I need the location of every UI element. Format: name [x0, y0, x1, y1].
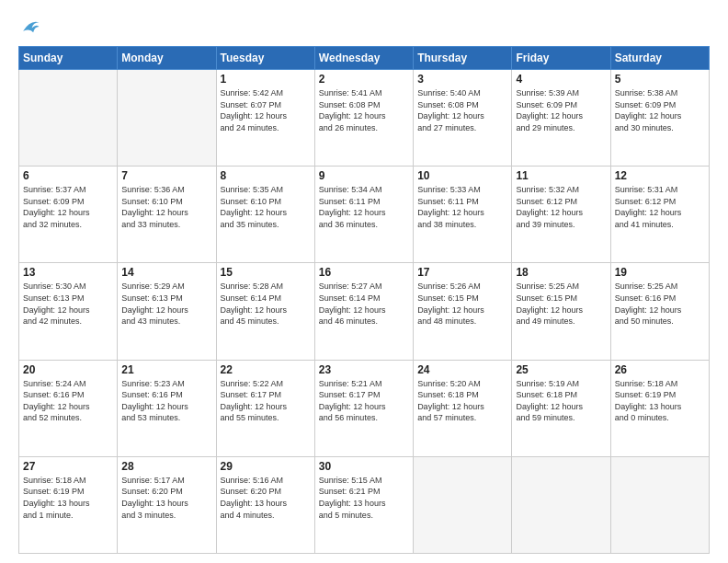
calendar-cell: 24Sunrise: 5:20 AM Sunset: 6:18 PM Dayli…	[414, 360, 512, 456]
day-number: 2	[319, 73, 409, 86]
day-info: Sunrise: 5:32 AM Sunset: 6:12 PM Dayligh…	[516, 184, 606, 230]
day-number: 6	[23, 169, 113, 182]
calendar-cell: 16Sunrise: 5:27 AM Sunset: 6:14 PM Dayli…	[314, 263, 413, 360]
calendar-cell: 28Sunrise: 5:17 AM Sunset: 6:20 PM Dayli…	[118, 456, 216, 553]
calendar-cell: 27Sunrise: 5:18 AM Sunset: 6:19 PM Dayli…	[19, 456, 118, 553]
calendar-cell: 10Sunrise: 5:33 AM Sunset: 6:11 PM Dayli…	[414, 167, 512, 263]
day-number: 12	[615, 169, 705, 182]
calendar-cell: 20Sunrise: 5:24 AM Sunset: 6:16 PM Dayli…	[19, 360, 118, 456]
calendar-cell: 29Sunrise: 5:16 AM Sunset: 6:20 PM Dayli…	[216, 456, 314, 553]
calendar-cell: 14Sunrise: 5:29 AM Sunset: 6:13 PM Dayli…	[118, 263, 216, 360]
day-number: 20	[23, 363, 113, 376]
logo	[18, 17, 40, 37]
day-number: 18	[516, 266, 606, 279]
day-number: 26	[615, 363, 705, 376]
day-info: Sunrise: 5:16 AM Sunset: 6:20 PM Dayligh…	[221, 475, 311, 521]
day-number: 5	[615, 73, 705, 86]
day-info: Sunrise: 5:22 AM Sunset: 6:17 PM Dayligh…	[221, 378, 311, 424]
calendar-cell: 17Sunrise: 5:26 AM Sunset: 6:15 PM Dayli…	[414, 263, 512, 360]
day-info: Sunrise: 5:26 AM Sunset: 6:15 PM Dayligh…	[417, 281, 507, 327]
day-number: 17	[417, 266, 507, 279]
calendar-cell: 15Sunrise: 5:28 AM Sunset: 6:14 PM Dayli…	[216, 263, 314, 360]
day-number: 11	[516, 169, 606, 182]
calendar-cell: 23Sunrise: 5:21 AM Sunset: 6:17 PM Dayli…	[314, 360, 413, 456]
day-info: Sunrise: 5:37 AM Sunset: 6:09 PM Dayligh…	[23, 184, 113, 230]
day-number: 24	[417, 363, 507, 376]
day-info: Sunrise: 5:25 AM Sunset: 6:15 PM Dayligh…	[516, 281, 606, 327]
weekday-header-cell: Friday	[512, 47, 610, 70]
calendar-cell: 19Sunrise: 5:25 AM Sunset: 6:16 PM Dayli…	[610, 263, 709, 360]
calendar-cell: 2Sunrise: 5:41 AM Sunset: 6:08 PM Daylig…	[314, 70, 413, 167]
day-info: Sunrise: 5:33 AM Sunset: 6:11 PM Dayligh…	[417, 184, 507, 230]
calendar-cell: 25Sunrise: 5:19 AM Sunset: 6:18 PM Dayli…	[512, 360, 610, 456]
day-info: Sunrise: 5:24 AM Sunset: 6:16 PM Dayligh…	[23, 378, 113, 424]
day-number: 25	[516, 363, 606, 376]
calendar-cell: 8Sunrise: 5:35 AM Sunset: 6:10 PM Daylig…	[216, 167, 314, 263]
calendar-cell: 9Sunrise: 5:34 AM Sunset: 6:11 PM Daylig…	[314, 167, 413, 263]
calendar-cell: 26Sunrise: 5:18 AM Sunset: 6:19 PM Dayli…	[610, 360, 709, 456]
day-number: 14	[121, 266, 211, 279]
day-info: Sunrise: 5:25 AM Sunset: 6:16 PM Dayligh…	[615, 281, 705, 327]
day-info: Sunrise: 5:29 AM Sunset: 6:13 PM Dayligh…	[121, 281, 211, 327]
day-number: 3	[417, 73, 507, 86]
day-number: 19	[615, 266, 705, 279]
day-info: Sunrise: 5:19 AM Sunset: 6:18 PM Dayligh…	[516, 378, 606, 424]
calendar-cell: 13Sunrise: 5:30 AM Sunset: 6:13 PM Dayli…	[19, 263, 118, 360]
day-number: 29	[221, 460, 311, 473]
calendar-cell: 30Sunrise: 5:15 AM Sunset: 6:21 PM Dayli…	[314, 456, 413, 553]
weekday-header-cell: Monday	[118, 47, 216, 70]
day-info: Sunrise: 5:35 AM Sunset: 6:10 PM Dayligh…	[221, 184, 311, 230]
day-info: Sunrise: 5:34 AM Sunset: 6:11 PM Dayligh…	[319, 184, 409, 230]
page: SundayMondayTuesdayWednesdayThursdayFrid…	[0, 0, 728, 563]
day-info: Sunrise: 5:18 AM Sunset: 6:19 PM Dayligh…	[615, 378, 705, 424]
calendar-cell: 11Sunrise: 5:32 AM Sunset: 6:12 PM Dayli…	[512, 167, 610, 263]
day-info: Sunrise: 5:36 AM Sunset: 6:10 PM Dayligh…	[121, 184, 211, 230]
day-info: Sunrise: 5:42 AM Sunset: 6:07 PM Dayligh…	[221, 87, 311, 133]
calendar-cell	[512, 456, 610, 553]
weekday-header-cell: Sunday	[19, 47, 118, 70]
logo-icon	[20, 17, 40, 37]
calendar-cell: 21Sunrise: 5:23 AM Sunset: 6:16 PM Dayli…	[118, 360, 216, 456]
day-number: 28	[121, 460, 211, 473]
weekday-header-cell: Saturday	[610, 47, 709, 70]
day-number: 30	[319, 460, 409, 473]
day-number: 22	[221, 363, 311, 376]
day-info: Sunrise: 5:40 AM Sunset: 6:08 PM Dayligh…	[417, 87, 507, 133]
calendar-cell: 4Sunrise: 5:39 AM Sunset: 6:09 PM Daylig…	[512, 70, 610, 167]
day-info: Sunrise: 5:17 AM Sunset: 6:20 PM Dayligh…	[121, 475, 211, 521]
day-info: Sunrise: 5:31 AM Sunset: 6:12 PM Dayligh…	[615, 184, 705, 230]
day-number: 9	[319, 169, 409, 182]
day-info: Sunrise: 5:20 AM Sunset: 6:18 PM Dayligh…	[417, 378, 507, 424]
day-number: 8	[221, 169, 311, 182]
calendar-cell: 5Sunrise: 5:38 AM Sunset: 6:09 PM Daylig…	[610, 70, 709, 167]
calendar-cell: 7Sunrise: 5:36 AM Sunset: 6:10 PM Daylig…	[118, 167, 216, 263]
weekday-header-cell: Wednesday	[314, 47, 413, 70]
day-info: Sunrise: 5:30 AM Sunset: 6:13 PM Dayligh…	[23, 281, 113, 327]
calendar-cell: 3Sunrise: 5:40 AM Sunset: 6:08 PM Daylig…	[414, 70, 512, 167]
calendar-cell: 1Sunrise: 5:42 AM Sunset: 6:07 PM Daylig…	[216, 70, 314, 167]
day-number: 1	[221, 73, 311, 86]
day-info: Sunrise: 5:27 AM Sunset: 6:14 PM Dayligh…	[319, 281, 409, 327]
day-info: Sunrise: 5:28 AM Sunset: 6:14 PM Dayligh…	[221, 281, 311, 327]
day-info: Sunrise: 5:39 AM Sunset: 6:09 PM Dayligh…	[516, 87, 606, 133]
calendar-cell: 12Sunrise: 5:31 AM Sunset: 6:12 PM Dayli…	[610, 167, 709, 263]
calendar-cell	[19, 70, 118, 167]
day-number: 7	[121, 169, 211, 182]
weekday-header-cell: Thursday	[414, 47, 512, 70]
day-info: Sunrise: 5:15 AM Sunset: 6:21 PM Dayligh…	[319, 475, 409, 521]
calendar-cell: 22Sunrise: 5:22 AM Sunset: 6:17 PM Dayli…	[216, 360, 314, 456]
weekday-header-cell: Tuesday	[216, 47, 314, 70]
calendar-cell: 18Sunrise: 5:25 AM Sunset: 6:15 PM Dayli…	[512, 263, 610, 360]
calendar-cell	[118, 70, 216, 167]
day-number: 16	[319, 266, 409, 279]
day-info: Sunrise: 5:21 AM Sunset: 6:17 PM Dayligh…	[319, 378, 409, 424]
day-info: Sunrise: 5:41 AM Sunset: 6:08 PM Dayligh…	[319, 87, 409, 133]
header	[18, 17, 710, 37]
day-number: 13	[23, 266, 113, 279]
calendar-table: SundayMondayTuesdayWednesdayThursdayFrid…	[18, 46, 710, 554]
day-info: Sunrise: 5:18 AM Sunset: 6:19 PM Dayligh…	[23, 475, 113, 521]
day-number: 4	[516, 73, 606, 86]
day-number: 21	[121, 363, 211, 376]
day-info: Sunrise: 5:23 AM Sunset: 6:16 PM Dayligh…	[121, 378, 211, 424]
day-info: Sunrise: 5:38 AM Sunset: 6:09 PM Dayligh…	[615, 87, 705, 133]
